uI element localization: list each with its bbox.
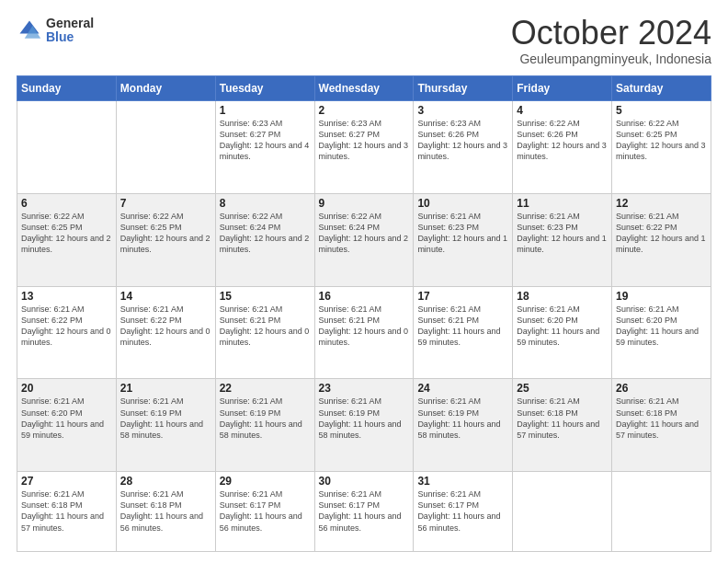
calendar-day-cell: 12Sunrise: 6:21 AMSunset: 6:22 PMDayligh… [612, 193, 711, 286]
day-number: 28 [120, 475, 211, 488]
calendar-day-cell: 25Sunrise: 6:21 AMSunset: 6:18 PMDayligh… [513, 379, 612, 472]
day-number: 22 [220, 382, 311, 395]
calendar-week-row: 1Sunrise: 6:23 AMSunset: 6:27 PMDaylight… [17, 101, 711, 194]
logo-icon [17, 17, 42, 43]
weekday-header-friday: Friday [513, 76, 612, 101]
calendar-empty-cell [17, 101, 117, 194]
calendar-day-cell: 20Sunrise: 6:21 AMSunset: 6:20 PMDayligh… [17, 379, 117, 472]
calendar-day-cell: 23Sunrise: 6:21 AMSunset: 6:19 PMDayligh… [314, 379, 414, 472]
day-number: 12 [616, 197, 707, 210]
calendar-day-cell: 24Sunrise: 6:21 AMSunset: 6:19 PMDayligh… [414, 379, 513, 472]
calendar-table: SundayMondayTuesdayWednesdayThursdayFrid… [17, 75, 711, 552]
day-info: Sunrise: 6:21 AMSunset: 6:20 PMDaylight:… [616, 304, 707, 349]
calendar-day-cell: 4Sunrise: 6:22 AMSunset: 6:26 PMDaylight… [513, 101, 612, 194]
calendar-day-cell: 15Sunrise: 6:21 AMSunset: 6:21 PMDayligh… [215, 286, 314, 379]
weekday-header-monday: Monday [116, 76, 215, 101]
day-number: 31 [417, 475, 508, 488]
day-number: 7 [120, 197, 211, 210]
calendar-day-cell: 9Sunrise: 6:22 AMSunset: 6:24 PMDaylight… [314, 193, 414, 286]
day-number: 2 [319, 104, 410, 117]
day-number: 29 [220, 475, 311, 488]
calendar-day-cell: 18Sunrise: 6:21 AMSunset: 6:20 PMDayligh… [513, 286, 612, 379]
day-number: 10 [417, 197, 508, 210]
day-number: 16 [319, 290, 410, 303]
calendar-day-cell: 7Sunrise: 6:22 AMSunset: 6:25 PMDaylight… [116, 193, 215, 286]
day-info: Sunrise: 6:22 AMSunset: 6:25 PMDaylight:… [21, 211, 112, 256]
day-info: Sunrise: 6:21 AMSunset: 6:18 PMDaylight:… [517, 396, 608, 441]
day-info: Sunrise: 6:21 AMSunset: 6:23 PMDaylight:… [417, 211, 508, 256]
calendar-day-cell: 17Sunrise: 6:21 AMSunset: 6:21 PMDayligh… [414, 286, 513, 379]
calendar-day-cell: 5Sunrise: 6:22 AMSunset: 6:25 PMDaylight… [612, 101, 711, 194]
day-info: Sunrise: 6:21 AMSunset: 6:22 PMDaylight:… [21, 304, 112, 349]
day-number: 8 [220, 197, 311, 210]
day-number: 20 [21, 382, 112, 395]
day-info: Sunrise: 6:21 AMSunset: 6:20 PMDaylight:… [21, 396, 112, 441]
calendar-day-cell: 13Sunrise: 6:21 AMSunset: 6:22 PMDayligh… [17, 286, 117, 379]
calendar-empty-cell [513, 472, 612, 552]
day-info: Sunrise: 6:22 AMSunset: 6:26 PMDaylight:… [517, 118, 608, 163]
day-info: Sunrise: 6:22 AMSunset: 6:25 PMDaylight:… [120, 211, 211, 256]
weekday-header-wednesday: Wednesday [314, 76, 414, 101]
calendar-week-row: 6Sunrise: 6:22 AMSunset: 6:25 PMDaylight… [17, 193, 711, 286]
logo-general: General [46, 17, 94, 30]
calendar-day-cell: 27Sunrise: 6:21 AMSunset: 6:18 PMDayligh… [17, 472, 117, 552]
calendar-day-cell: 2Sunrise: 6:23 AMSunset: 6:27 PMDaylight… [314, 101, 414, 194]
calendar-day-cell: 19Sunrise: 6:21 AMSunset: 6:20 PMDayligh… [612, 286, 711, 379]
day-number: 27 [21, 475, 112, 488]
day-number: 14 [120, 290, 211, 303]
calendar-week-row: 27Sunrise: 6:21 AMSunset: 6:18 PMDayligh… [17, 472, 711, 552]
month-title: October 2024 [511, 17, 711, 50]
day-info: Sunrise: 6:21 AMSunset: 6:17 PMDaylight:… [417, 488, 508, 534]
calendar-day-cell: 16Sunrise: 6:21 AMSunset: 6:21 PMDayligh… [314, 286, 414, 379]
weekday-header-saturday: Saturday [612, 76, 711, 101]
day-info: Sunrise: 6:21 AMSunset: 6:22 PMDaylight:… [120, 304, 211, 349]
day-number: 17 [417, 290, 508, 303]
calendar-empty-cell [612, 472, 711, 552]
day-number: 26 [616, 382, 707, 395]
day-number: 25 [517, 382, 608, 395]
calendar-day-cell: 21Sunrise: 6:21 AMSunset: 6:19 PMDayligh… [116, 379, 215, 472]
location-subtitle: Geuleumpangminyeuk, Indonesia [511, 52, 711, 66]
calendar-day-cell: 11Sunrise: 6:21 AMSunset: 6:23 PMDayligh… [513, 193, 612, 286]
weekday-header-row: SundayMondayTuesdayWednesdayThursdayFrid… [17, 76, 711, 101]
calendar-day-cell: 3Sunrise: 6:23 AMSunset: 6:26 PMDaylight… [414, 101, 513, 194]
day-info: Sunrise: 6:23 AMSunset: 6:26 PMDaylight:… [417, 118, 508, 163]
day-number: 1 [220, 104, 311, 117]
day-info: Sunrise: 6:21 AMSunset: 6:18 PMDaylight:… [21, 488, 112, 534]
day-number: 18 [517, 290, 608, 303]
calendar-day-cell: 30Sunrise: 6:21 AMSunset: 6:17 PMDayligh… [314, 472, 414, 552]
day-number: 5 [616, 104, 707, 117]
day-info: Sunrise: 6:23 AMSunset: 6:27 PMDaylight:… [220, 118, 311, 163]
day-info: Sunrise: 6:21 AMSunset: 6:21 PMDaylight:… [220, 304, 311, 349]
day-info: Sunrise: 6:22 AMSunset: 6:25 PMDaylight:… [616, 118, 707, 163]
day-info: Sunrise: 6:21 AMSunset: 6:17 PMDaylight:… [319, 488, 410, 534]
day-info: Sunrise: 6:21 AMSunset: 6:22 PMDaylight:… [616, 211, 707, 256]
calendar-day-cell: 22Sunrise: 6:21 AMSunset: 6:19 PMDayligh… [215, 379, 314, 472]
page: General Blue October 2024 Geuleumpangmin… [0, 0, 728, 563]
calendar-day-cell: 1Sunrise: 6:23 AMSunset: 6:27 PMDaylight… [215, 101, 314, 194]
day-number: 15 [220, 290, 311, 303]
title-area: October 2024 Geuleumpangminyeuk, Indones… [511, 17, 711, 66]
calendar-day-cell: 29Sunrise: 6:21 AMSunset: 6:17 PMDayligh… [215, 472, 314, 552]
day-info: Sunrise: 6:21 AMSunset: 6:23 PMDaylight:… [517, 211, 608, 256]
day-number: 3 [417, 104, 508, 117]
logo-text: General Blue [46, 17, 94, 45]
calendar-day-cell: 28Sunrise: 6:21 AMSunset: 6:18 PMDayligh… [116, 472, 215, 552]
calendar-day-cell: 31Sunrise: 6:21 AMSunset: 6:17 PMDayligh… [414, 472, 513, 552]
day-number: 11 [517, 197, 608, 210]
day-info: Sunrise: 6:23 AMSunset: 6:27 PMDaylight:… [319, 118, 410, 163]
day-number: 21 [120, 382, 211, 395]
day-number: 19 [616, 290, 707, 303]
logo-blue: Blue [46, 30, 94, 44]
header: General Blue October 2024 Geuleumpangmin… [17, 17, 711, 66]
day-info: Sunrise: 6:21 AMSunset: 6:18 PMDaylight:… [616, 396, 707, 441]
weekday-header-thursday: Thursday [414, 76, 513, 101]
day-number: 13 [21, 290, 112, 303]
weekday-header-sunday: Sunday [17, 76, 117, 101]
day-info: Sunrise: 6:21 AMSunset: 6:18 PMDaylight:… [120, 488, 211, 534]
day-number: 30 [319, 475, 410, 488]
calendar-week-row: 20Sunrise: 6:21 AMSunset: 6:20 PMDayligh… [17, 379, 711, 472]
logo: General Blue [17, 17, 94, 45]
calendar-day-cell: 8Sunrise: 6:22 AMSunset: 6:24 PMDaylight… [215, 193, 314, 286]
calendar-day-cell: 6Sunrise: 6:22 AMSunset: 6:25 PMDaylight… [17, 193, 117, 286]
